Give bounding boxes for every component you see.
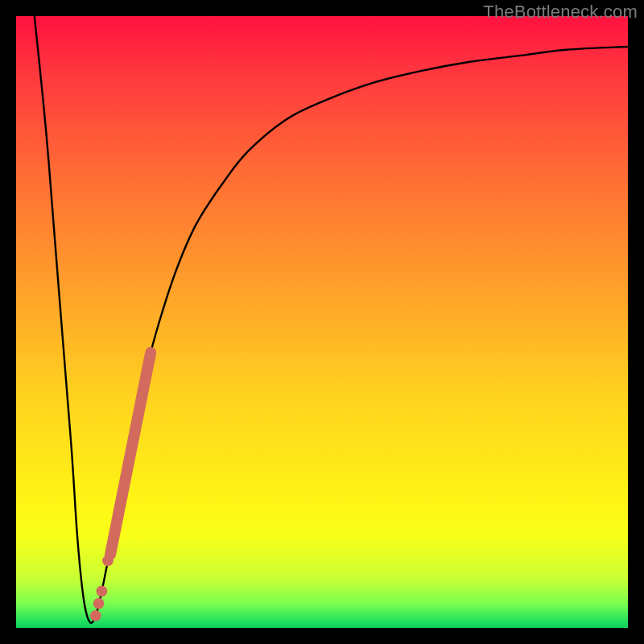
highlight-markers (90, 353, 151, 621)
marker-dot (102, 555, 114, 567)
marker-dot (97, 586, 108, 597)
marker-dot (90, 610, 101, 621)
marker-segment (110, 353, 151, 555)
watermark-text: TheBottleneck.com (483, 2, 638, 23)
marker-dot (93, 598, 105, 609)
bottleneck-curve (35, 16, 628, 623)
chart-overlay (16, 16, 628, 628)
chart-container: TheBottleneck.com (0, 0, 644, 644)
